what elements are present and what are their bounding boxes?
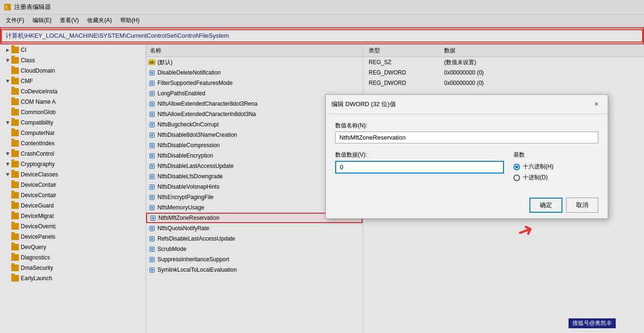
dialog-radix-section: 基数 十六进制(H) 十进制(D) bbox=[513, 151, 598, 184]
radio-hex[interactable]: 十六进制(H) bbox=[513, 163, 598, 171]
dialog-dword: 编辑 DWORD (32 位)值 × 数值名称(N): 数值数据(V): 基数 … bbox=[325, 94, 608, 219]
dialog-name-label: 数值名称(N): bbox=[335, 122, 598, 130]
dialog-footer: 确定 取消 bbox=[326, 192, 608, 218]
dialog-name-input[interactable] bbox=[335, 132, 598, 143]
radio-dec-label: 十进制(D) bbox=[523, 174, 548, 182]
dialog-body: 数值名称(N): 数值数据(V): 基数 十六进制(H) 十进制(D) bbox=[326, 114, 608, 192]
dialog-cancel-button[interactable]: 取消 bbox=[566, 198, 598, 213]
dialog-value-label: 数值数据(V): bbox=[335, 151, 504, 159]
dialog-value-section: 数值数据(V): bbox=[335, 151, 504, 174]
dialog-confirm-button[interactable]: 确定 bbox=[529, 198, 562, 213]
dialog-overlay: 编辑 DWORD (32 位)值 × 数值名称(N): 数值数据(V): 基数 … bbox=[0, 0, 644, 333]
dialog-close-button[interactable]: × bbox=[591, 99, 602, 110]
radix-label: 基数 bbox=[513, 151, 598, 159]
radio-hex-label: 十六进制(H) bbox=[523, 163, 553, 171]
dialog-title: 编辑 DWORD (32 位)值 bbox=[331, 100, 396, 108]
radio-hex-circle bbox=[513, 164, 520, 170]
dialog-row: 数值数据(V): 基数 十六进制(H) 十进制(D) bbox=[335, 151, 598, 184]
radio-dec[interactable]: 十进制(D) bbox=[513, 174, 598, 182]
dialog-value-input[interactable] bbox=[335, 161, 504, 174]
dialog-title-bar: 编辑 DWORD (32 位)值 × bbox=[326, 95, 608, 114]
radio-dec-circle bbox=[513, 175, 520, 181]
watermark: 搜狐号@奥凯丰 bbox=[569, 318, 616, 328]
